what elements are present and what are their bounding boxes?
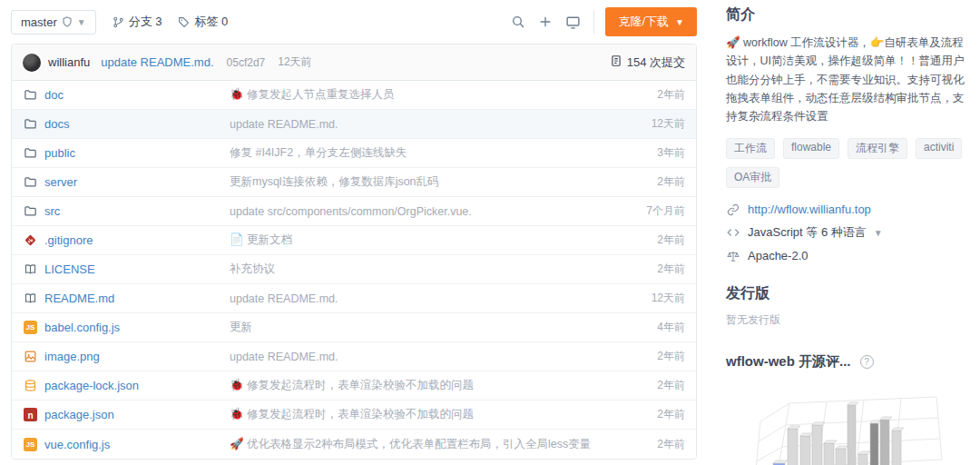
file-name-cell: doc — [23, 87, 230, 103]
widget-title: wflow-web 开源评... — [726, 353, 851, 371]
topic-tag[interactable]: flowable — [783, 138, 839, 159]
file-name-cell: package-lock.json — [23, 378, 230, 393]
file-link[interactable]: src — [44, 204, 60, 218]
table-row: image.png update README.md. 2年前 — [12, 342, 696, 371]
table-row: public 修复 #I4IJF2，单分支左侧连线缺失 3年前 — [12, 139, 696, 168]
about-title: 简介 — [726, 5, 975, 25]
file-name-cell: public — [23, 145, 230, 161]
table-row: LICENSE 补充协议 2年前 — [12, 255, 696, 284]
branch-selector[interactable]: master ▼ — [11, 10, 96, 35]
code-icon — [726, 226, 740, 239]
clone-download-button[interactable]: 克隆/下载 ▼ — [605, 7, 697, 36]
row-commit-message-link[interactable]: 更新mysql连接依赖，修复数据库json乱码 — [230, 174, 627, 190]
table-row: .gitignore 📄 更新文档 2年前 — [12, 226, 696, 255]
folder-file-icon — [23, 203, 38, 219]
clone-download-label: 克隆/下载 — [618, 14, 669, 30]
commit-author[interactable]: willianfu — [48, 55, 90, 69]
row-commit-message-link[interactable]: update README.md. — [230, 292, 627, 305]
file-link[interactable]: server — [44, 175, 77, 189]
file-link[interactable]: LICENSE — [44, 262, 95, 276]
file-link[interactable]: docs — [44, 117, 69, 131]
row-commit-time: 12天前 — [627, 291, 685, 306]
row-commit-message-link[interactable]: 修复 #I4IJF2，单分支左侧连线缺失 — [230, 145, 627, 161]
row-commit-time: 2年前 — [627, 407, 685, 422]
row-commit-message-link[interactable]: 🚀 优化表格显示2种布局模式，优化表单配置栏布局，引入全局less变量 — [230, 437, 627, 452]
license-row[interactable]: Apache-2.0 — [726, 249, 975, 262]
help-icon[interactable]: ? — [860, 355, 874, 369]
evaluation-chart: 软件 — [726, 376, 975, 465]
history-icon — [610, 54, 622, 70]
branches-link[interactable]: 分支 3 — [113, 14, 162, 30]
table-row: JS vue.config.js 🚀 优化表格显示2种布局模式，优化表单配置栏布… — [12, 430, 696, 459]
releases-title: 发行版 — [726, 284, 975, 303]
table-row: n package.json 🐞 修复发起流程时，表单渲染校验不加载的问题 2年… — [12, 401, 696, 430]
languages-row[interactable]: JavaScript 等 6 种语言 ▼ — [726, 224, 975, 241]
file-table: doc 🐞 修复发起人节点重复选择人员 2年前 docs update READ… — [12, 81, 696, 459]
topic-tag[interactable]: 流程引擎 — [848, 138, 907, 159]
file-link[interactable]: image.png — [44, 350, 100, 363]
tags-link[interactable]: 标签 0 — [178, 14, 228, 30]
file-link[interactable]: doc — [44, 88, 64, 102]
file-link[interactable]: .gitignore — [44, 233, 93, 247]
repo-sidebar: 简介 🚀 workflow 工作流设计器，👉自研表单及流程设计，UI简洁美观，操… — [726, 5, 975, 465]
topic-tag[interactable]: 工作流 — [726, 138, 775, 159]
folder-file-icon — [23, 87, 38, 103]
chevron-down-icon: ▼ — [874, 228, 883, 238]
file-name-cell: JS vue.config.js — [23, 437, 230, 452]
row-commit-message-link[interactable]: update src/components/common/OrgPicker.v… — [230, 205, 627, 218]
row-commit-message-link[interactable]: 🐞 修复发起人节点重复选择人员 — [230, 87, 627, 103]
topic-tag[interactable]: OA审批 — [726, 167, 779, 188]
toolbar-divider — [593, 10, 594, 34]
row-commit-time: 4年前 — [627, 320, 685, 335]
file-name-cell: server — [23, 174, 230, 190]
commit-hash[interactable]: 05cf2d7 — [227, 56, 266, 69]
latest-commit-bar: willianfu update README.md. 05cf2d7 12天前… — [12, 45, 696, 81]
row-commit-message-link[interactable]: 🐞 修复发起流程时，表单渲染校验不加载的问题 — [230, 378, 627, 393]
image-file-icon — [23, 349, 38, 364]
plus-icon[interactable] — [532, 11, 559, 33]
book-file-icon — [23, 291, 38, 306]
languages-label: JavaScript 等 6 种语言 — [748, 224, 867, 241]
js-file-icon: JS — [23, 320, 38, 335]
website-link[interactable]: http://wflow.willianfu.top — [748, 203, 871, 216]
website-row: http://wflow.willianfu.top — [726, 203, 975, 216]
file-name-cell: image.png — [23, 349, 230, 364]
row-commit-message-link[interactable]: 📄 更新文档 — [230, 232, 627, 248]
row-commit-time: 2年前 — [627, 349, 685, 364]
repo-main: master ▼ 分支 3 标签 0 — [11, 7, 697, 460]
book-file-icon — [23, 262, 38, 277]
row-commit-message-link[interactable]: 🐞 修复发起流程时，表单渲染校验不加载的问题 — [230, 407, 627, 422]
table-row: server 更新mysql连接依赖，修复数据库json乱码 2年前 — [12, 168, 696, 197]
row-commit-message-link[interactable]: 更新 — [230, 320, 627, 335]
row-commit-message-link[interactable]: 补充协议 — [230, 262, 627, 277]
commits-count-label: 154 次提交 — [627, 54, 685, 71]
js-file-icon: JS — [23, 437, 38, 452]
file-link[interactable]: package-lock.json — [44, 379, 139, 392]
commit-message-link[interactable]: update README.md. — [101, 55, 213, 69]
file-name-cell: JS babel.config.js — [23, 320, 230, 335]
folder-file-icon — [23, 145, 38, 161]
commits-count-link[interactable]: 154 次提交 — [610, 54, 685, 71]
file-link[interactable]: babel.config.js — [44, 321, 120, 334]
file-link[interactable]: vue.config.js — [44, 438, 110, 451]
search-icon[interactable] — [505, 11, 532, 33]
topic-tag[interactable]: activiti — [916, 138, 962, 159]
row-commit-message-link[interactable]: update README.md. — [230, 351, 627, 363]
toolbar-actions: 克隆/下载 ▼ — [505, 7, 697, 36]
file-link[interactable]: public — [44, 146, 75, 160]
shield-icon — [62, 16, 73, 27]
avatar[interactable] — [23, 54, 41, 72]
tags-label: 标签 0 — [194, 14, 228, 30]
row-commit-message-link[interactable]: update README.md. — [230, 118, 627, 131]
file-link[interactable]: package.json — [44, 408, 114, 421]
tag-icon — [178, 16, 190, 28]
repo-toolbar: master ▼ 分支 3 标签 0 — [11, 7, 697, 36]
row-commit-time: 2年前 — [627, 232, 685, 248]
license-label: Apache-2.0 — [748, 249, 808, 262]
file-link[interactable]: README.md — [44, 292, 114, 305]
repo-meta-list: http://wflow.willianfu.top JavaScript 等 … — [726, 203, 975, 262]
branch-name: master — [21, 15, 57, 29]
desktop-icon[interactable] — [559, 11, 586, 33]
chevron-down-icon: ▼ — [77, 17, 86, 27]
link-icon — [726, 203, 740, 216]
